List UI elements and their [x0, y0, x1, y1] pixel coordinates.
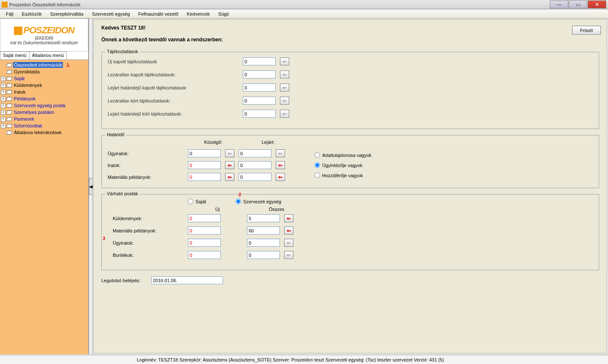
field-label: Lejárt határidejű kiírt tájékoztatások:	[108, 111, 243, 116]
varhato-row: Ügyiratok:⇐	[108, 239, 593, 247]
tree-expand-icon[interactable]: +	[1, 117, 5, 121]
varhato-uj-1[interactable]	[188, 226, 221, 235]
goto-button[interactable]: ⇐	[280, 110, 289, 118]
tajek-row: Lejárt határidejű kiírt tájékoztatások:⇐	[108, 109, 593, 119]
tree-item-10[interactable]: Általános lekérdezések	[1, 129, 87, 136]
radio-role-0[interactable]: Adattulajdonosa vagyok	[315, 152, 593, 158]
tree-label: Általános lekérdezések	[13, 129, 62, 135]
refresh-button[interactable]: Frissít	[572, 26, 601, 35]
varhato-row: Borítékok:⇐	[108, 251, 593, 259]
annotation-1: 1.	[66, 62, 70, 67]
logo-sub1: (EKEIDR)	[35, 36, 54, 40]
tree-item-5[interactable]: +Példányok	[1, 95, 87, 102]
hatarido-lejart-1[interactable]	[239, 161, 271, 169]
tree-expand-icon[interactable]: +	[1, 90, 5, 94]
titlebar: Poszeidon Összesített információk — ▭ ✕	[0, 0, 608, 9]
logo-main: POSZEIDON	[14, 25, 74, 36]
tree-expand-icon[interactable]: +	[1, 110, 5, 115]
tajek-input-4[interactable]	[243, 110, 276, 118]
goto-button[interactable]: ⇐	[225, 173, 234, 181]
minimize-button[interactable]: —	[550, 0, 568, 8]
goto-button[interactable]: ⇐	[225, 149, 234, 157]
tree-item-1[interactable]: Gyorsiktatás	[1, 68, 87, 75]
tajek-input-2[interactable]	[243, 84, 276, 92]
varhato-osszes-1[interactable]	[247, 226, 280, 235]
hatarido-lejart-0[interactable]	[239, 149, 271, 157]
radio-role-2[interactable]: Hozzáférője vagyok	[315, 173, 593, 178]
tree-item-8[interactable]: +Partnerek	[1, 116, 87, 122]
close-button[interactable]: ✕	[588, 0, 606, 8]
goto-button[interactable]: ⇐	[280, 70, 289, 78]
goto-button[interactable]: ⇐	[276, 149, 285, 157]
varhato-osszes-3[interactable]	[247, 251, 280, 259]
radio-szervezeti-egyseg[interactable]: Szervezeti egység	[236, 199, 281, 204]
tajek-input-0[interactable]	[243, 57, 276, 65]
goto-button[interactable]: ⇐	[284, 226, 293, 235]
splitter[interactable]: ◀	[89, 19, 92, 354]
tab-sajat-menu[interactable]: Saját menü	[0, 51, 30, 59]
tree-item-4[interactable]: +Iratok	[1, 89, 87, 95]
goto-button[interactable]: ⇐	[280, 97, 289, 105]
splitter-handle-icon[interactable]: ◀	[89, 178, 92, 195]
status-text: Loginnév: TESZT18 Szerepkör: Asszisztens…	[137, 357, 444, 362]
goto-button[interactable]: ⇐	[276, 161, 285, 169]
tree-label: Partnerek	[13, 116, 35, 122]
last-login-input[interactable]	[151, 276, 223, 284]
radio-role-1[interactable]: Ügyintézője vagyok	[315, 162, 593, 168]
menu-felhasznalo-vezeto[interactable]: Felhasználó vezető	[134, 11, 183, 17]
col-lejart: Lejárt:	[239, 140, 298, 146]
varhato-osszes-0[interactable]	[247, 214, 280, 222]
tree-item-3[interactable]: +Küldemények	[1, 82, 87, 89]
varhato-uj-3[interactable]	[188, 251, 221, 259]
menu-kedvencek[interactable]: Kedvencek	[182, 11, 214, 17]
menu-szervezeti-egyseg[interactable]: Szervezeti egység	[88, 11, 134, 17]
goto-button[interactable]: ⇐	[280, 57, 289, 65]
sheet-icon	[6, 69, 12, 74]
tree-expand-icon[interactable]: +	[1, 103, 5, 108]
tree-item-2[interactable]: +Saját	[1, 75, 87, 82]
menu-szerepkorvaltas[interactable]: Szerepkörváltás	[46, 11, 88, 17]
hatarido-kozelgo-2[interactable]	[188, 173, 221, 181]
tree-label: Példányok	[13, 96, 36, 102]
window-title: Poszeidon Összesített információk	[9, 2, 550, 7]
goto-button[interactable]: ⇐	[280, 84, 289, 92]
sheet-icon	[6, 62, 12, 67]
varhato-row: Küldemények:⇐	[108, 214, 593, 222]
varhato-uj-2[interactable]	[188, 239, 221, 247]
goto-button[interactable]: ⇐	[225, 161, 234, 169]
varhato-uj-0[interactable]	[188, 214, 221, 222]
field-label: Borítékok:	[108, 253, 188, 258]
group-hatarido: Határidő Közelgő: Lejárt: Ügyiratok:⇐⇐ A…	[101, 135, 599, 188]
tree-item-0[interactable]: Összesített információk1.	[1, 62, 87, 68]
tree-expand-icon[interactable]: +	[1, 76, 5, 81]
goto-button[interactable]: ⇐	[284, 251, 293, 259]
hatarido-lejart-2[interactable]	[239, 173, 271, 181]
maximize-button[interactable]: ▭	[569, 0, 587, 8]
goto-button[interactable]: ⇐	[284, 214, 293, 222]
menu-eszkozok[interactable]: Eszközök	[18, 11, 46, 17]
group-tajekoztatasok: Tájékoztatások Új kapott tájékoztatások⇐…	[101, 52, 599, 129]
varhato-osszes-2[interactable]	[247, 239, 280, 247]
hatarido-kozelgo-1[interactable]	[188, 161, 221, 169]
logo-icon	[14, 27, 22, 35]
radio-sajat[interactable]: Saját	[188, 199, 206, 204]
tree-expand-icon[interactable]: +	[1, 83, 5, 88]
tree-item-9[interactable]: +Sztornózottak	[1, 122, 87, 129]
group-varhato-postak: Várható posták 2 Saját Szervezeti egység…	[101, 194, 599, 270]
tree-item-7[interactable]: +Személyes postáim	[1, 109, 87, 116]
menu-fajl[interactable]: Fájl	[2, 11, 18, 17]
logo-area: POSZEIDON (EKEIDR) Irat és Dokumentumkez…	[0, 19, 88, 51]
tree-item-6[interactable]: +Szervezeti egység postái	[1, 102, 87, 109]
goto-button[interactable]: ⇐	[284, 239, 293, 247]
goto-button[interactable]: ⇐	[276, 173, 285, 181]
group-title-varhato: Várható posták	[105, 191, 140, 196]
tree-expand-icon[interactable]: +	[1, 124, 5, 128]
sheet-icon	[6, 96, 12, 101]
hatarido-kozelgo-0[interactable]	[188, 149, 221, 157]
tajek-input-1[interactable]	[243, 70, 276, 78]
tree-expand-icon[interactable]: +	[1, 97, 5, 101]
tajek-row: Lezáratlan kapott tájékoztatások:⇐	[108, 70, 593, 79]
tab-altalanos-menu[interactable]: Általános menü	[29, 51, 67, 59]
tajek-input-3[interactable]	[243, 97, 276, 105]
menu-sugo[interactable]: Súgó	[214, 11, 233, 17]
